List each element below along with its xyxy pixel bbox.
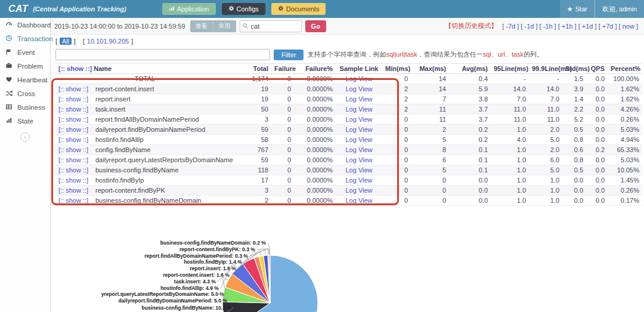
show-link[interactable]: [:: show ::] bbox=[58, 106, 95, 113]
time-shift-link[interactable]: [ now ] bbox=[619, 23, 638, 30]
history-mode-link[interactable]: 【切换历史模式】 bbox=[445, 21, 497, 30]
log-view-link[interactable]: Log View bbox=[345, 156, 372, 163]
value-cell: 2 bbox=[411, 125, 449, 135]
value-cell: 4.0 bbox=[491, 135, 529, 145]
go-button[interactable]: Go bbox=[305, 20, 326, 32]
machine-all-button[interactable]: All bbox=[60, 38, 72, 45]
log-view-link[interactable]: Log View bbox=[345, 106, 372, 113]
value-cell: 58 bbox=[234, 135, 271, 145]
value-cell: 1.0 bbox=[529, 186, 562, 196]
sidebar-collapse-button[interactable]: ‹ bbox=[20, 132, 30, 142]
log-view-link[interactable]: Log View bbox=[345, 166, 372, 174]
sample-link-cell: Log View bbox=[336, 84, 382, 94]
machine-ip-link[interactable]: 10.101.90.205 bbox=[87, 38, 129, 45]
sidebar-item-transaction[interactable]: Transaction bbox=[0, 32, 50, 45]
show-link[interactable]: [:: show ::] bbox=[58, 187, 95, 194]
transaction-name: hostinfo.findByIp bbox=[95, 177, 144, 184]
log-view-link[interactable]: Log View bbox=[345, 85, 372, 92]
time-shift-link[interactable]: [ -1d ] bbox=[521, 23, 539, 30]
time-shift-link[interactable]: [ -1h ] bbox=[540, 23, 558, 30]
bracket: [ bbox=[83, 38, 85, 45]
range-view-button[interactable]: 查看 bbox=[190, 20, 213, 32]
sidebar-item-dashboard[interactable]: Dashboard bbox=[0, 18, 50, 32]
filter-help-text: 支持多个字符串查询，例如sql|url|task，查询结果为包含任一sql、ur… bbox=[307, 50, 543, 59]
date-toolbar: 2019-10-23 14:00:00 to 2019-10-23 14:59:… bbox=[51, 18, 644, 35]
log-view-link[interactable]: Log View bbox=[345, 116, 372, 123]
show-link[interactable]: [:: show ::] bbox=[58, 126, 95, 133]
value-cell: 0 bbox=[382, 155, 411, 165]
table-row: [:: show ::]task.insert5000.0000%Log Vie… bbox=[55, 104, 642, 115]
clock-icon bbox=[5, 35, 13, 42]
pie-label-dailyreport.findByDomainNamePeriod: dailyreport.findByDomainNamePeriod: 5.0 … bbox=[119, 298, 228, 304]
transaction-name: dailyreport.findByDomainNamePeriod bbox=[95, 126, 205, 133]
value-cell: 0 bbox=[411, 196, 449, 206]
value-cell: 19 bbox=[234, 94, 271, 104]
log-view-link[interactable]: Log View bbox=[345, 95, 372, 103]
pie-label-report-content.insert: report-content.insert: 1.6 % bbox=[163, 272, 230, 278]
show-link[interactable]: [:: show ::] bbox=[58, 177, 95, 184]
value-cell: 118 bbox=[234, 165, 271, 175]
show-link[interactable]: [:: show ::] bbox=[58, 166, 95, 174]
show-link[interactable]: [:: show ::] bbox=[58, 156, 95, 163]
show-link[interactable]: [:: show ::] bbox=[58, 146, 95, 153]
table-row: [:: show ::]business-config.findByName11… bbox=[55, 165, 642, 175]
value-cell: 0.0000% bbox=[294, 186, 336, 196]
filter-button[interactable]: Filter bbox=[274, 50, 304, 60]
show-all-link[interactable]: [:: show ::] bbox=[58, 65, 92, 72]
sidebar-item-state[interactable]: State bbox=[0, 114, 50, 128]
log-view-link[interactable]: Log View bbox=[345, 136, 372, 143]
show-link[interactable]: [:: show ::] bbox=[58, 116, 95, 123]
nav-documents-button[interactable]: Documents bbox=[271, 3, 326, 15]
sidebar-item-business[interactable]: Business bbox=[0, 100, 50, 114]
table-row: [:: show ::]hostinfo.findByIp1700.0000%L… bbox=[55, 175, 642, 186]
show-link[interactable]: [:: show ::] bbox=[58, 197, 95, 204]
table-icon bbox=[5, 103, 13, 111]
show-link[interactable]: [:: show ::] bbox=[58, 85, 95, 92]
range-common-button[interactable]: 常用 bbox=[213, 20, 236, 32]
log-view-link[interactable]: Log View bbox=[345, 126, 372, 133]
log-view-link[interactable]: Log View bbox=[345, 146, 372, 153]
search-input[interactable] bbox=[240, 20, 302, 32]
value-cell: 1.0 bbox=[491, 125, 529, 135]
time-shift-link[interactable]: [ +1d ] bbox=[578, 23, 599, 30]
value-cell: 4.94% bbox=[608, 135, 642, 145]
show-link[interactable]: [:: show ::] bbox=[58, 136, 95, 143]
filter-help-segment: sql|url|task bbox=[386, 51, 417, 58]
sidebar-item-event[interactable]: Event bbox=[0, 45, 50, 59]
welcome-admin-button[interactable]: 欢迎, admin bbox=[595, 0, 644, 18]
sidebar-item-problem[interactable]: Problem bbox=[0, 59, 50, 73]
value-cell: 1.0 bbox=[491, 196, 529, 206]
value-cell: 5.9 bbox=[449, 84, 491, 94]
log-view-link[interactable]: Log View bbox=[345, 197, 372, 204]
star-icon: ★ bbox=[567, 5, 573, 13]
filter-input[interactable] bbox=[55, 49, 270, 60]
value-cell: 0 bbox=[382, 125, 411, 135]
value-cell: 2.2 bbox=[562, 104, 586, 115]
nav-application-button[interactable]: Application bbox=[162, 3, 216, 15]
show-link[interactable]: [:: show ::] bbox=[58, 95, 95, 103]
table-row-total: TOTAL1,17400.0000%Log View0140.4--1.50.0… bbox=[55, 74, 642, 84]
value-cell: 0 bbox=[271, 196, 294, 206]
time-shift-link[interactable]: [ +7d ] bbox=[599, 23, 619, 30]
time-shift-link[interactable]: [ -7d ] bbox=[502, 23, 521, 30]
value-cell: 5.2 bbox=[562, 115, 586, 125]
main-content: 2019-10-23 14:00:00 to 2019-10-23 14:59:… bbox=[51, 18, 644, 312]
sidebar-item-label: Heartbeat bbox=[17, 76, 48, 84]
top-header: CAT (Central Application Tracking) Appli… bbox=[0, 0, 644, 18]
time-shift-link[interactable]: [ +1h ] bbox=[558, 23, 578, 30]
log-view-link[interactable]: Log View bbox=[345, 75, 372, 82]
shuffle-icon bbox=[5, 89, 13, 97]
value-cell: 0 bbox=[271, 135, 294, 145]
transaction-name-cell: [:: show ::]report.findAllByDomainNamePe… bbox=[55, 115, 234, 125]
transaction-name-cell: [:: show ::]dailyreport.findByDomainName… bbox=[55, 125, 234, 135]
log-view-link[interactable]: Log View bbox=[345, 177, 372, 184]
bracket: [ bbox=[55, 38, 57, 45]
nav-configs-button[interactable]: Configs bbox=[222, 3, 265, 15]
gauge-icon bbox=[5, 21, 13, 29]
log-view-link[interactable]: Log View bbox=[345, 187, 372, 194]
sidebar-item-label: Business bbox=[17, 104, 45, 111]
sidebar-item-heartbeat[interactable]: Heartbeat bbox=[0, 73, 50, 87]
sidebar-item-cross[interactable]: Cross bbox=[0, 87, 50, 100]
star-button[interactable]: ★ Star bbox=[560, 0, 595, 18]
gear-icon bbox=[278, 5, 284, 13]
